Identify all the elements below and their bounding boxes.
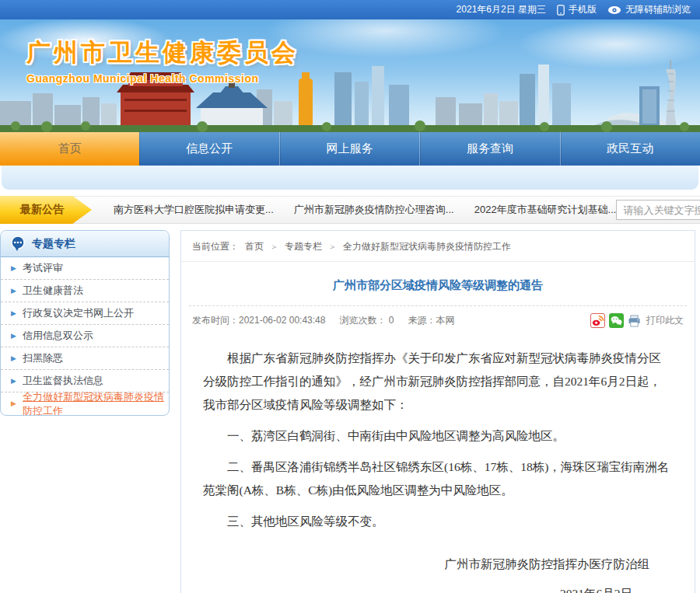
sidebar-item-admin-review[interactable]: ▶行政复议决定书网上公开: [1, 302, 169, 325]
breadcrumb-current-page[interactable]: 全力做好新型冠状病毒肺炎疫情防控工作: [343, 240, 511, 253]
article-meta: 发布时间：2021-06-02 00:43:48 浏览次数： 0 来源：本网 打…: [181, 306, 695, 334]
sidebar-item-credit-info[interactable]: ▶信用信息双公示: [1, 325, 169, 347]
article-date: 2021年6月2日: [203, 583, 673, 593]
views-label: 浏览次数：: [339, 315, 386, 326]
search-area: 智能搜索: [616, 199, 700, 221]
main-navigation: 首页 信息公开 网上服务 服务查询 政民互动: [0, 132, 700, 166]
eye-icon: [607, 5, 621, 15]
views-value: 0: [389, 315, 394, 326]
source-label: 来源：: [408, 315, 436, 326]
latest-announcement-badge: 最新公告: [0, 196, 92, 224]
triangle-bullet-icon: ▶: [11, 378, 16, 385]
sidebar-header: 专题专栏: [1, 231, 169, 257]
sidebar-special-topics: 专题专栏 ▶考试评审 ▶卫生健康普法 ▶行政复议决定书网上公开 ▶信用信息双公示…: [0, 230, 170, 416]
triangle-bullet-icon: ▶: [11, 265, 16, 272]
breadcrumb: 当前位置： 首页 ＞ 专题专栏 ＞ 全力做好新型冠状病毒肺炎疫情防控工作: [181, 231, 695, 262]
site-title: 广州市卫生健康委员会: [26, 37, 299, 69]
breadcrumb-special-topics[interactable]: 专题专栏: [285, 240, 322, 253]
source-value: 本网: [436, 315, 454, 326]
article-paragraph: 一、荔湾区白鹤洞街、中南街由中风险地区调整为高风险地区。: [203, 424, 673, 448]
sidebar-item-health-law[interactable]: ▶卫生健康普法: [1, 280, 169, 302]
announcement-links: 南方医科大学口腔医院拟申请变更... 广州市新冠肺炎疫情防控心理咨询... 20…: [114, 203, 616, 217]
share-tools: 打印此文: [590, 313, 684, 328]
triangle-bullet-icon: ▶: [11, 288, 16, 295]
triangle-bullet-icon: ▶: [11, 333, 16, 340]
print-icon[interactable]: [628, 315, 641, 327]
sidebar-item-anti-crime[interactable]: ▶扫黑除恶: [1, 347, 169, 370]
sidebar-item-exam-review[interactable]: ▶考试评审: [1, 257, 169, 280]
page: 2021年6月2日 星期三 手机版 无障碍辅助浏览 广州市卫生健康委员会 Gua…: [0, 0, 700, 593]
breadcrumb-label: 当前位置：: [192, 240, 239, 253]
article-paragraph: 三、其他地区风险等级不变。: [203, 510, 673, 533]
sidebar-title: 专题专栏: [32, 237, 75, 251]
announcement-link[interactable]: 2022年度市基础研究计划基础...: [474, 203, 617, 217]
breadcrumb-separator: ＞: [328, 241, 337, 253]
triangle-bullet-icon: ▶: [11, 355, 16, 362]
header-banner: 广州市卫生健康委员会 Guangzhou Municipal Health Co…: [0, 19, 700, 132]
top-bar: 2021年6月2日 星期三 手机版 无障碍辅助浏览: [0, 0, 700, 19]
site-title-english: Guangzhou Municipal Health Commission: [26, 72, 299, 85]
nav-tab-info-disclosure[interactable]: 信息公开: [139, 132, 279, 166]
article-title: 广州市部分区域疫情风险等级调整的通告: [181, 262, 695, 305]
nav-tab-public-interaction[interactable]: 政民互动: [561, 132, 700, 166]
search-input[interactable]: [616, 200, 700, 220]
site-logo: 广州市卫生健康委员会 Guangzhou Municipal Health Co…: [26, 37, 299, 85]
nav-tab-home[interactable]: 首页: [0, 132, 139, 166]
triangle-bullet-icon: ▶: [11, 400, 16, 407]
nav-tab-online-services[interactable]: 网上服务: [280, 132, 420, 166]
announcement-bar: 最新公告 南方医科大学口腔医院拟申请变更... 广州市新冠肺炎疫情防控心理咨询.…: [0, 196, 700, 224]
article-paragraph: 根据广东省新冠肺炎防控指挥办《关于印发广东省应对新型冠状病毒肺炎疫情分区分级防控…: [203, 347, 673, 417]
mobile-version-link[interactable]: 手机版: [557, 3, 597, 16]
speech-bubble-icon: [10, 235, 26, 252]
breadcrumb-separator: ＞: [270, 241, 278, 253]
accessibility-link[interactable]: 无障碍辅助浏览: [607, 3, 691, 16]
current-date: 2021年6月2日 星期三: [457, 3, 546, 16]
article-body: 根据广东省新冠肺炎防控指挥办《关于印发广东省应对新型冠状病毒肺炎疫情分区分级防控…: [181, 334, 695, 593]
article-signature: 广州市新冠肺炎防控指挥办医疗防治组: [203, 553, 673, 575]
main-content-panel: 当前位置： 首页 ＞ 专题专栏 ＞ 全力做好新型冠状病毒肺炎疫情防控工作 广州市…: [180, 230, 695, 593]
wechat-share-icon[interactable]: [609, 313, 624, 328]
print-this-page[interactable]: 打印此文: [646, 314, 684, 327]
weibo-share-icon[interactable]: [590, 313, 605, 328]
announcement-link[interactable]: 广州市新冠肺炎疫情防控心理咨询...: [294, 203, 454, 217]
publish-time-value: 2021-06-02 00:43:48: [239, 315, 325, 326]
nav-tab-service-inquiry[interactable]: 服务查询: [420, 132, 560, 166]
phone-icon: [557, 5, 565, 16]
publish-time-label: 发布时间：: [192, 315, 239, 326]
sub-navigation-strip: [1, 166, 699, 190]
sidebar-item-covid-prevention[interactable]: ▶全力做好新型冠状病毒肺炎疫情防控工作: [1, 392, 169, 415]
announcement-link[interactable]: 南方医科大学口腔医院拟申请变更...: [114, 203, 274, 217]
article-paragraph: 二、番禺区洛浦街锦绣半岛社区锦绣东区(16栋、17栋、18栋)，海珠区瑞宝街南洲…: [203, 455, 673, 502]
breadcrumb-home[interactable]: 首页: [245, 240, 264, 253]
triangle-bullet-icon: ▶: [11, 310, 16, 317]
